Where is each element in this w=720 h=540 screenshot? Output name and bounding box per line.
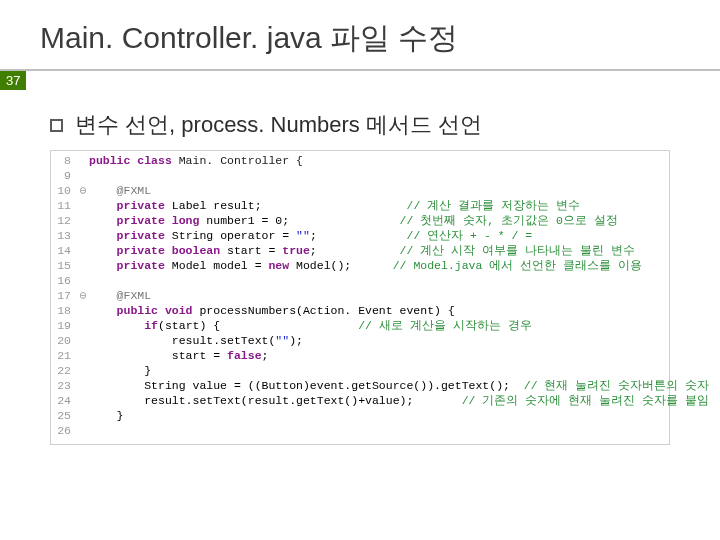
fold-icon [77,318,89,333]
code-line: 26 [51,423,669,438]
code-token [317,244,400,257]
code-token [351,259,392,272]
code-line: 24 result.setText(result.getText()+value… [51,393,669,408]
line-number: 10 [51,183,77,198]
code-token [89,184,117,197]
bullet-icon [50,119,63,132]
code-token: ); [289,334,303,347]
code-line: 10⊖ @FXML [51,183,669,198]
line-number: 14 [51,243,77,258]
code-line: 21 start = false; [51,348,669,363]
code-token: } [89,409,124,422]
fold-icon [77,333,89,348]
line-number: 16 [51,273,77,288]
code-token [289,214,399,227]
code-token: } [89,364,151,377]
page-number-badge: 37 [0,71,720,90]
slide: Main. Controller. java 파일 수정 37 변수 선언, p… [0,0,720,540]
code-line: 11 private Label result; // 계산 결과를 저장하는 … [51,198,669,213]
code-token [89,214,117,227]
code-token: @FXML [117,184,152,197]
line-number: 24 [51,393,77,408]
fold-icon [77,213,89,228]
code-token: Model(); [296,259,351,272]
code-token: Model model = [172,259,269,272]
line-number: 13 [51,228,77,243]
line-number: 25 [51,408,77,423]
code-token: private [117,229,172,242]
fold-icon [77,348,89,363]
page-number: 37 [0,71,26,90]
code-token: // 기존의 숫자에 현재 눌려진 숫자를 붙임 [462,394,709,407]
fold-icon [77,378,89,393]
code-token: private long [117,214,207,227]
subheading-text: 변수 선언, process. Numbers 메서드 선언 [75,110,482,140]
fold-icon [77,363,89,378]
fold-icon: ⊖ [77,288,89,303]
code-line: 19 if(start) { // 새로 계산을 시작하는 경우 [51,318,669,333]
code-token: result.setText( [89,334,275,347]
line-number: 19 [51,318,77,333]
fold-icon [77,168,89,183]
fold-icon [77,408,89,423]
line-number: 18 [51,303,77,318]
fold-icon: ⊖ [77,183,89,198]
code-token: String value = ((Button)event.getSource(… [89,379,510,392]
code-token [220,319,358,332]
code-token: result.setText(result.getText()+value); [89,394,413,407]
code-token: private [117,199,172,212]
code-line: 16 [51,273,669,288]
code-token [89,319,144,332]
line-number: 8 [51,153,77,168]
line-number: 26 [51,423,77,438]
code-token: start = [89,349,227,362]
code-token: false [227,349,262,362]
line-number: 23 [51,378,77,393]
line-number: 22 [51,363,77,378]
code-token [413,394,461,407]
fold-icon [77,243,89,258]
code-token [262,199,407,212]
code-area: 8 public class Main. Controller {9 10⊖ @… [50,150,670,445]
code-token [89,199,117,212]
code-token: ; [310,229,317,242]
fold-icon [77,273,89,288]
code-line: 15 private Model model = new Model(); //… [51,258,669,273]
line-number: 15 [51,258,77,273]
code-token: "" [296,229,310,242]
line-number: 12 [51,213,77,228]
fold-icon [77,153,89,168]
code-token: true [282,244,310,257]
code-token: processNumbers(Action. Event event) { [199,304,454,317]
code-token: private boolean [117,244,227,257]
code-token: if [144,319,158,332]
code-line: 20 result.setText(""); [51,333,669,348]
subheading-row: 변수 선언, process. Numbers 메서드 선언 [50,110,720,140]
code-line: 22 } [51,363,669,378]
fold-icon [77,228,89,243]
code-token [317,229,407,242]
fold-icon [77,423,89,438]
line-number: 21 [51,348,77,363]
code-token: // 현재 눌려진 숫자버튼의 숫자 [524,379,709,392]
code-token: number1 = 0; [206,214,289,227]
code-token: public void [117,304,200,317]
code-token: ; [262,349,269,362]
page-title: Main. Controller. java 파일 수정 [0,0,720,71]
code-token: Main. Controller { [179,154,303,167]
code-token: // 새로 계산을 시작하는 경우 [358,319,531,332]
code-line: 17⊖ @FXML [51,288,669,303]
line-number: 17 [51,288,77,303]
code-token [89,259,117,272]
code-token: (start) { [158,319,220,332]
code-line: 9 [51,168,669,183]
code-token: private [117,259,172,272]
code-line: 12 private long number1 = 0; // 첫번째 숫자, … [51,213,669,228]
code-line: 18 public void processNumbers(Action. Ev… [51,303,669,318]
fold-icon [77,303,89,318]
fold-icon [77,198,89,213]
code-token: new [268,259,296,272]
line-number: 20 [51,333,77,348]
line-number: 9 [51,168,77,183]
code-token: // 연산자 + - * / = [407,229,533,242]
